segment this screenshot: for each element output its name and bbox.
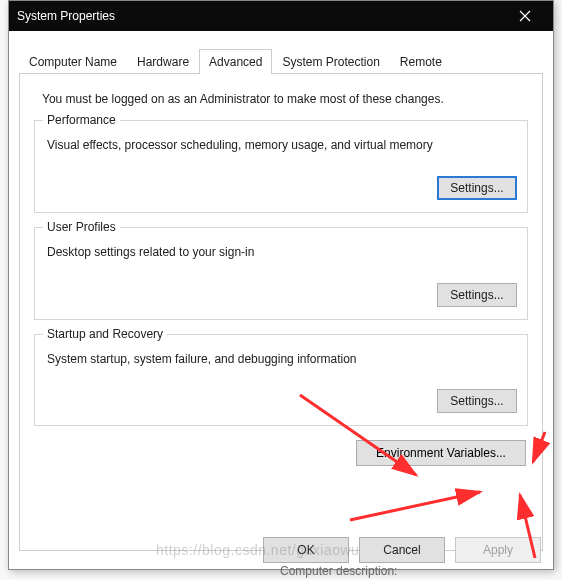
performance-desc: Visual effects, processor scheduling, me… (47, 137, 517, 154)
background-text: Computer description: (280, 564, 562, 578)
performance-group: Performance Visual effects, processor sc… (34, 120, 528, 213)
startup-recovery-desc: System startup, system failure, and debu… (47, 351, 517, 368)
user-profiles-settings-button[interactable]: Settings... (437, 283, 517, 307)
watermark-text: https://blog.csdn.net/guxiaowu (156, 542, 359, 558)
close-icon (519, 10, 531, 22)
tab-computer-name[interactable]: Computer Name (19, 49, 127, 74)
apply-button[interactable]: Apply (455, 537, 541, 563)
advanced-panel: You must be logged on as an Administrato… (19, 73, 543, 551)
tab-bar: Computer Name Hardware Advanced System P… (9, 31, 553, 74)
tab-remote[interactable]: Remote (390, 49, 452, 74)
performance-settings-button[interactable]: Settings... (437, 176, 517, 200)
startup-recovery-settings-button[interactable]: Settings... (437, 389, 517, 413)
user-profiles-desc: Desktop settings related to your sign-in (47, 244, 517, 261)
titlebar: System Properties (9, 1, 553, 31)
admin-note: You must be logged on as an Administrato… (42, 92, 528, 106)
tab-advanced[interactable]: Advanced (199, 49, 272, 74)
window-title: System Properties (17, 9, 505, 23)
system-properties-window: System Properties Computer Name Hardware… (8, 0, 554, 570)
user-profiles-label: User Profiles (43, 220, 120, 234)
startup-recovery-label: Startup and Recovery (43, 327, 167, 341)
environment-variables-button[interactable]: Environment Variables... (356, 440, 526, 466)
close-button[interactable] (505, 1, 545, 31)
startup-recovery-group: Startup and Recovery System startup, sys… (34, 334, 528, 427)
cancel-button[interactable]: Cancel (359, 537, 445, 563)
tab-hardware[interactable]: Hardware (127, 49, 199, 74)
user-profiles-group: User Profiles Desktop settings related t… (34, 227, 528, 320)
performance-label: Performance (43, 113, 120, 127)
tab-system-protection[interactable]: System Protection (272, 49, 389, 74)
